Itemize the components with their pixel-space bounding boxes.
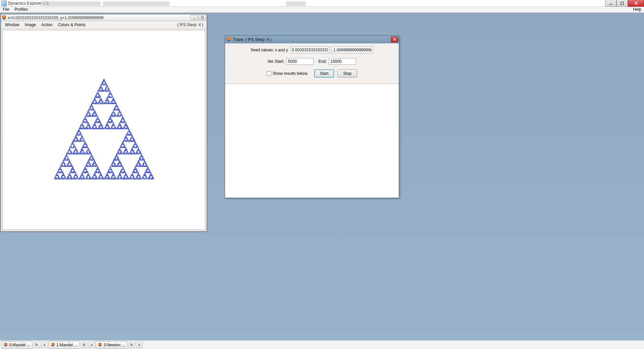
taskbar-restore-1[interactable]: 1:Mandel ... (49, 341, 80, 349)
maximize-button[interactable] (616, 0, 628, 7)
svg-rect-20483 (67, 166, 67, 166)
show-results-checkbox[interactable] (267, 71, 271, 76)
svg-rect-10614 (117, 166, 117, 166)
svg-rect-8141 (149, 168, 149, 168)
svg-rect-20614 (71, 164, 71, 164)
svg-rect-15570 (140, 152, 140, 153)
svg-rect-21083 (118, 160, 119, 160)
svg-rect-21333 (95, 103, 95, 104)
fractal-window-titlebar[interactable]: x=0.0033333333333333335; y=1.00999999999… (1, 14, 207, 21)
svg-rect-20976 (62, 166, 63, 166)
svg-rect-16187 (112, 103, 112, 104)
svg-rect-20845 (96, 116, 96, 116)
svg-rect-13625 (144, 175, 144, 175)
menu-help[interactable]: Help (630, 7, 644, 12)
svg-rect-18690 (89, 164, 90, 165)
svg-rect-18303 (106, 100, 106, 101)
svg-rect-20222 (121, 154, 121, 154)
svg-rect-19385 (143, 179, 143, 179)
iter-start-input[interactable] (286, 58, 314, 65)
trace-dialog-titlebar[interactable]: Trace: ( IFS Sierp: 4 ) (225, 36, 399, 43)
svg-rect-21001 (128, 178, 128, 179)
svg-rect-20596 (124, 147, 124, 147)
fractal-menu-action[interactable]: Action (39, 22, 55, 28)
svg-rect-21450 (143, 164, 143, 164)
svg-rect-20928 (87, 150, 88, 150)
svg-rect-19705 (117, 165, 118, 166)
svg-rect-2696 (136, 178, 137, 179)
svg-rect-15520 (96, 126, 96, 126)
menu-file[interactable]: File (0, 7, 12, 12)
svg-rect-20725 (108, 179, 109, 179)
taskbar-item-maximize[interactable] (128, 342, 135, 348)
svg-rect-14366 (94, 173, 94, 174)
taskbar-item-close[interactable] (88, 342, 95, 348)
svg-rect-20871 (131, 154, 131, 154)
svg-rect-20117 (123, 172, 124, 172)
minimize-button[interactable] (605, 0, 616, 7)
svg-rect-18722 (121, 177, 121, 177)
trace-results-area (225, 84, 399, 198)
svg-rect-21186 (83, 171, 84, 171)
svg-rect-13917 (99, 104, 100, 104)
svg-rect-18809 (86, 128, 87, 129)
svg-rect-20963 (73, 169, 73, 169)
svg-rect-18894 (81, 133, 81, 134)
svg-rect-21945 (115, 178, 116, 179)
svg-rect-19885 (95, 98, 95, 98)
taskbar-item-close[interactable] (41, 342, 48, 348)
taskbar-item-maximize[interactable] (34, 342, 40, 348)
taskbar-restore-2[interactable]: 3:Newton ... (96, 341, 127, 349)
svg-rect-21929 (129, 178, 130, 179)
fractal-window-maximize[interactable] (199, 15, 206, 20)
svg-rect-21303 (112, 103, 113, 103)
fractal-menu-window[interactable]: Window (2, 22, 22, 28)
svg-rect-19764 (85, 122, 85, 122)
start-button[interactable]: Start (314, 69, 334, 78)
iter-end-input[interactable] (329, 58, 356, 65)
trace-dialog-title: Trace: ( IFS Sierp: 4 ) (233, 37, 271, 42)
svg-rect-20126 (87, 176, 87, 177)
svg-rect-20901 (98, 98, 98, 98)
svg-rect-20161 (138, 153, 138, 153)
fractal-window-minimize[interactable] (191, 15, 198, 20)
svg-rect-12002 (62, 165, 63, 165)
stop-button[interactable]: Stop (337, 69, 357, 78)
svg-rect-13089 (96, 102, 96, 102)
svg-rect-4118 (88, 149, 88, 150)
svg-rect-15839 (130, 152, 131, 153)
taskbar-item-maximize[interactable] (80, 342, 87, 348)
svg-rect-19497 (128, 134, 128, 134)
seed-x-input[interactable] (290, 47, 330, 53)
svg-rect-14687 (73, 147, 73, 147)
svg-rect-14209 (89, 159, 89, 159)
svg-rect-20475 (136, 172, 137, 172)
svg-rect-19931 (89, 176, 90, 176)
svg-rect-21792 (87, 146, 88, 147)
menu-profiles[interactable]: Profiles (12, 7, 31, 12)
svg-rect-21983 (84, 344, 85, 346)
svg-rect-16868 (131, 151, 132, 151)
svg-rect-7379 (94, 160, 94, 160)
svg-rect-18927 (120, 178, 121, 179)
fractal-menu-colors-points[interactable]: Colors & Points (55, 22, 88, 28)
svg-rect-20884 (117, 156, 117, 156)
svg-rect-21417 (64, 162, 64, 163)
fractal-canvas[interactable] (2, 30, 205, 230)
svg-rect-17230 (69, 162, 69, 162)
svg-rect-21891 (146, 170, 147, 170)
fractal-menu-image[interactable]: Image (22, 22, 39, 28)
svg-rect-21879 (133, 150, 133, 150)
svg-rect-17993 (136, 153, 136, 154)
svg-rect-16604 (148, 169, 149, 169)
seed-y-input[interactable] (332, 47, 373, 53)
svg-rect-9014 (107, 174, 107, 174)
svg-rect-19817 (90, 107, 90, 107)
taskbar-restore-0[interactable]: 0:Mandel ... (1, 341, 33, 349)
svg-rect-18014 (142, 160, 142, 160)
svg-rect-14816 (92, 127, 93, 128)
svg-rect-14038 (90, 158, 90, 158)
close-button[interactable] (628, 0, 644, 7)
taskbar-item-close[interactable] (136, 342, 143, 348)
trace-dialog-close[interactable] (391, 37, 398, 42)
